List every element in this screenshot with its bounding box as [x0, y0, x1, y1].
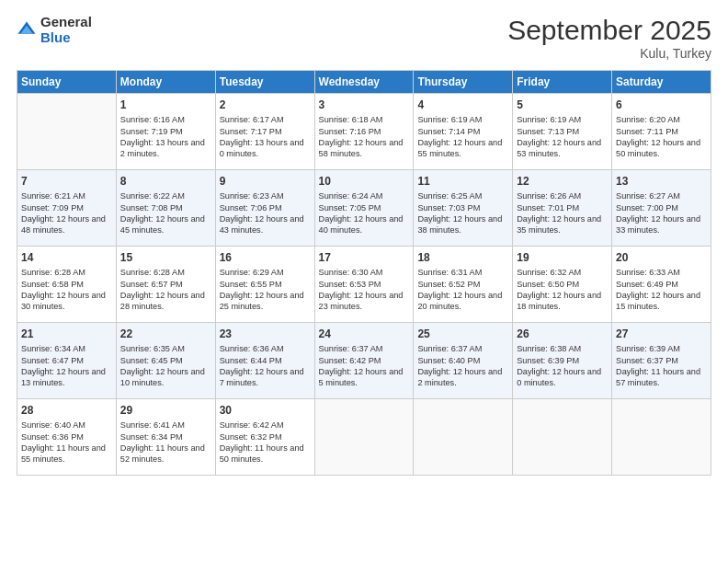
day-number: 9	[220, 174, 311, 189]
day-info: Sunrise: 6:22 AMSunset: 7:08 PMDaylight:…	[120, 190, 211, 236]
day-number: 12	[517, 174, 608, 189]
logo-text: General Blue	[40, 15, 92, 45]
day-info: Sunrise: 6:32 AMSunset: 6:50 PMDaylight:…	[517, 267, 608, 313]
col-friday: Friday	[513, 71, 612, 94]
logo-general: General	[40, 15, 92, 30]
day-number: 6	[616, 98, 707, 112]
table-row: 3Sunrise: 6:18 AMSunset: 7:16 PMDaylight…	[314, 94, 414, 170]
day-number: 25	[417, 327, 508, 341]
table-row: 29Sunrise: 6:41 AMSunset: 6:34 PMDayligh…	[116, 399, 215, 476]
table-row: 30Sunrise: 6:42 AMSunset: 6:32 PMDayligh…	[215, 399, 314, 476]
day-info: Sunrise: 6:34 AMSunset: 6:47 PMDaylight:…	[21, 343, 112, 389]
day-number: 5	[517, 98, 608, 112]
table-row: 1Sunrise: 6:16 AMSunset: 7:19 PMDaylight…	[116, 94, 215, 170]
day-number: 11	[417, 174, 508, 189]
table-row: 21Sunrise: 6:34 AMSunset: 6:47 PMDayligh…	[17, 323, 117, 399]
day-info: Sunrise: 6:42 AMSunset: 6:32 PMDaylight:…	[220, 419, 311, 465]
logo-blue: Blue	[40, 30, 92, 46]
day-info: Sunrise: 6:28 AMSunset: 6:57 PMDaylight:…	[120, 267, 211, 313]
table-row	[17, 94, 117, 170]
table-row: 20Sunrise: 6:33 AMSunset: 6:49 PMDayligh…	[612, 247, 711, 323]
calendar-week-row: 14Sunrise: 6:28 AMSunset: 6:58 PMDayligh…	[17, 247, 711, 323]
calendar-header-row: Sunday Monday Tuesday Wednesday Thursday…	[17, 71, 711, 94]
table-row	[414, 399, 513, 476]
day-number: 29	[120, 403, 211, 418]
table-row: 16Sunrise: 6:29 AMSunset: 6:55 PMDayligh…	[215, 247, 314, 323]
day-info: Sunrise: 6:16 AMSunset: 7:19 PMDaylight:…	[120, 114, 211, 160]
day-info: Sunrise: 6:40 AMSunset: 6:36 PMDaylight:…	[21, 419, 112, 465]
col-monday: Monday	[116, 71, 215, 94]
table-row: 22Sunrise: 6:35 AMSunset: 6:45 PMDayligh…	[116, 323, 215, 399]
day-info: Sunrise: 6:28 AMSunset: 6:58 PMDaylight:…	[21, 267, 112, 313]
day-number: 22	[120, 327, 211, 341]
table-row: 19Sunrise: 6:32 AMSunset: 6:50 PMDayligh…	[513, 247, 612, 323]
day-number: 18	[417, 250, 508, 265]
table-row: 10Sunrise: 6:24 AMSunset: 7:05 PMDayligh…	[314, 170, 414, 247]
calendar-week-row: 7Sunrise: 6:21 AMSunset: 7:09 PMDaylight…	[17, 170, 711, 247]
table-row: 23Sunrise: 6:36 AMSunset: 6:44 PMDayligh…	[215, 323, 314, 399]
day-number: 14	[21, 250, 112, 265]
logo: General Blue	[17, 15, 92, 45]
table-row: 5Sunrise: 6:19 AMSunset: 7:13 PMDaylight…	[513, 94, 612, 170]
day-number: 26	[517, 327, 608, 341]
day-info: Sunrise: 6:19 AMSunset: 7:13 PMDaylight:…	[517, 114, 608, 160]
table-row: 8Sunrise: 6:22 AMSunset: 7:08 PMDaylight…	[116, 170, 215, 247]
day-number: 28	[21, 403, 112, 418]
day-number: 7	[21, 174, 112, 189]
table-row: 2Sunrise: 6:17 AMSunset: 7:17 PMDaylight…	[215, 94, 314, 170]
table-row: 27Sunrise: 6:39 AMSunset: 6:37 PMDayligh…	[612, 323, 711, 399]
day-number: 16	[220, 250, 311, 265]
day-info: Sunrise: 6:37 AMSunset: 6:42 PMDaylight:…	[319, 343, 410, 389]
day-number: 19	[517, 250, 608, 265]
table-row: 7Sunrise: 6:21 AMSunset: 7:09 PMDaylight…	[17, 170, 117, 247]
logo-icon	[17, 20, 37, 40]
day-info: Sunrise: 6:18 AMSunset: 7:16 PMDaylight:…	[319, 114, 410, 160]
day-info: Sunrise: 6:39 AMSunset: 6:37 PMDaylight:…	[616, 343, 707, 389]
table-row: 13Sunrise: 6:27 AMSunset: 7:00 PMDayligh…	[612, 170, 711, 247]
day-info: Sunrise: 6:23 AMSunset: 7:06 PMDaylight:…	[220, 190, 311, 236]
table-row	[612, 399, 711, 476]
day-number: 24	[319, 327, 410, 341]
table-row	[314, 399, 414, 476]
table-row	[513, 399, 612, 476]
calendar-week-row: 28Sunrise: 6:40 AMSunset: 6:36 PMDayligh…	[17, 399, 711, 476]
calendar: Sunday Monday Tuesday Wednesday Thursday…	[17, 70, 711, 476]
col-saturday: Saturday	[612, 71, 711, 94]
day-number: 17	[319, 250, 410, 265]
day-info: Sunrise: 6:24 AMSunset: 7:05 PMDaylight:…	[319, 190, 410, 236]
table-row: 15Sunrise: 6:28 AMSunset: 6:57 PMDayligh…	[116, 247, 215, 323]
page: General Blue September 2025 Kulu, Turkey…	[0, 0, 728, 563]
day-info: Sunrise: 6:37 AMSunset: 6:40 PMDaylight:…	[417, 343, 508, 389]
day-info: Sunrise: 6:21 AMSunset: 7:09 PMDaylight:…	[21, 190, 112, 236]
table-row: 9Sunrise: 6:23 AMSunset: 7:06 PMDaylight…	[215, 170, 314, 247]
table-row: 24Sunrise: 6:37 AMSunset: 6:42 PMDayligh…	[314, 323, 414, 399]
day-info: Sunrise: 6:33 AMSunset: 6:49 PMDaylight:…	[616, 267, 707, 313]
header: General Blue September 2025 Kulu, Turkey	[17, 15, 711, 61]
calendar-week-row: 1Sunrise: 6:16 AMSunset: 7:19 PMDaylight…	[17, 94, 711, 170]
day-info: Sunrise: 6:35 AMSunset: 6:45 PMDaylight:…	[120, 343, 211, 389]
table-row: 12Sunrise: 6:26 AMSunset: 7:01 PMDayligh…	[513, 170, 612, 247]
day-number: 21	[21, 327, 112, 341]
day-number: 23	[220, 327, 311, 341]
day-info: Sunrise: 6:26 AMSunset: 7:01 PMDaylight:…	[517, 190, 608, 236]
day-number: 3	[319, 98, 410, 112]
day-info: Sunrise: 6:30 AMSunset: 6:53 PMDaylight:…	[319, 267, 410, 313]
table-row: 17Sunrise: 6:30 AMSunset: 6:53 PMDayligh…	[314, 247, 414, 323]
day-info: Sunrise: 6:38 AMSunset: 6:39 PMDaylight:…	[517, 343, 608, 389]
table-row: 26Sunrise: 6:38 AMSunset: 6:39 PMDayligh…	[513, 323, 612, 399]
table-row: 14Sunrise: 6:28 AMSunset: 6:58 PMDayligh…	[17, 247, 117, 323]
day-number: 4	[417, 98, 508, 112]
table-row: 4Sunrise: 6:19 AMSunset: 7:14 PMDaylight…	[414, 94, 513, 170]
title-block: September 2025 Kulu, Turkey	[507, 15, 711, 61]
col-thursday: Thursday	[414, 71, 513, 94]
table-row: 6Sunrise: 6:20 AMSunset: 7:11 PMDaylight…	[612, 94, 711, 170]
day-number: 20	[616, 250, 707, 265]
table-row: 25Sunrise: 6:37 AMSunset: 6:40 PMDayligh…	[414, 323, 513, 399]
table-row: 28Sunrise: 6:40 AMSunset: 6:36 PMDayligh…	[17, 399, 117, 476]
location-subtitle: Kulu, Turkey	[507, 46, 711, 61]
day-info: Sunrise: 6:19 AMSunset: 7:14 PMDaylight:…	[417, 114, 508, 160]
day-number: 1	[120, 98, 211, 112]
day-info: Sunrise: 6:31 AMSunset: 6:52 PMDaylight:…	[417, 267, 508, 313]
day-info: Sunrise: 6:25 AMSunset: 7:03 PMDaylight:…	[417, 190, 508, 236]
day-number: 8	[120, 174, 211, 189]
